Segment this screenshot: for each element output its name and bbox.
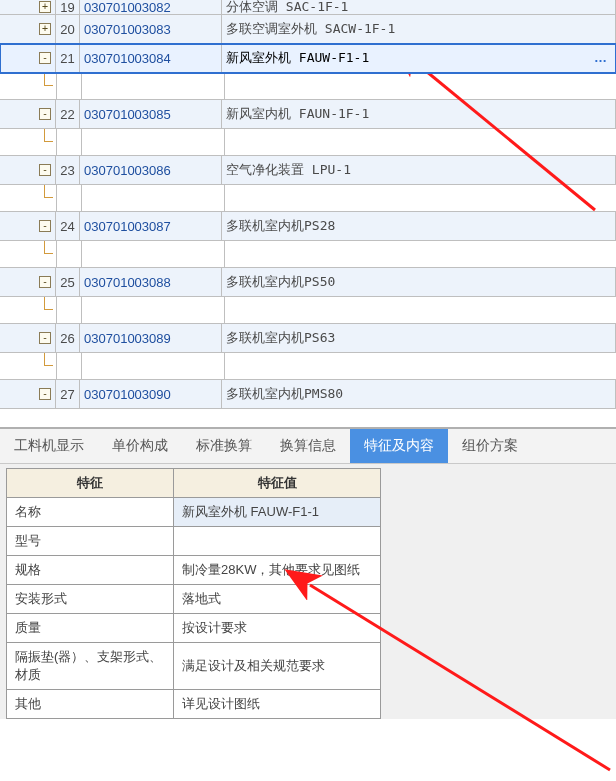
table-header: 特征 特征值 [7, 469, 381, 498]
expand-icon[interactable]: + [39, 1, 51, 13]
row-desc: 多联机室内机PS50 [222, 268, 616, 296]
tab-conv-info[interactable]: 换算信息 [266, 429, 350, 463]
tab-materials[interactable]: 工料机显示 [0, 429, 98, 463]
tree-row[interactable]: - 27 030701003090 多联机室内机PMS80 [0, 380, 616, 409]
row-index: 23 [56, 156, 80, 184]
tree-row[interactable]: - 22 030701003085 新风室内机 FAUN-1F-1 [0, 100, 616, 129]
row-code: 030701003088 [80, 268, 222, 296]
row-index: 20 [56, 15, 80, 43]
collapse-icon[interactable]: - [39, 52, 51, 64]
tab-unit-price[interactable]: 单价构成 [98, 429, 182, 463]
table-row[interactable]: 其他 详见设计图纸 [7, 690, 381, 719]
header-val: 特征值 [174, 469, 381, 498]
prop-val[interactable]: 新风室外机 FAUW-F1-1 [174, 498, 381, 527]
prop-val[interactable]: 详见设计图纸 [174, 690, 381, 719]
expand-cell[interactable]: - [0, 156, 56, 184]
collapse-icon[interactable]: - [39, 332, 51, 344]
row-desc: 多联空调室外机 SACW-1F-1 [222, 15, 616, 43]
prop-key: 质量 [7, 614, 174, 643]
tab-pricing-scheme[interactable]: 组价方案 [448, 429, 532, 463]
collapse-icon[interactable]: - [39, 108, 51, 120]
expand-cell[interactable]: + [0, 0, 56, 14]
tree-child-spacer [0, 129, 616, 156]
expand-cell[interactable]: - [0, 268, 56, 296]
row-code: 030701003084 [80, 44, 222, 72]
prop-key: 隔振垫(器）、支架形式、材质 [7, 643, 174, 690]
tree-row-selected[interactable]: - 21 030701003084 新风室外机 FAUW-F1-1 … [0, 44, 616, 73]
row-index: 24 [56, 212, 80, 240]
tree-row[interactable]: + 20 030701003083 多联空调室外机 SACW-1F-1 [0, 15, 616, 44]
expand-cell[interactable]: - [0, 380, 56, 408]
prop-key: 安装形式 [7, 585, 174, 614]
row-index: 26 [56, 324, 80, 352]
tab-std-conv[interactable]: 标准换算 [182, 429, 266, 463]
prop-val[interactable]: 满足设计及相关规范要求 [174, 643, 381, 690]
collapse-icon[interactable]: - [39, 388, 51, 400]
tree-child-spacer [0, 353, 616, 380]
expand-cell[interactable]: - [0, 212, 56, 240]
table-row[interactable]: 隔振垫(器）、支架形式、材质 满足设计及相关规范要求 [7, 643, 381, 690]
row-code: 030701003086 [80, 156, 222, 184]
row-index: 21 [56, 44, 80, 72]
prop-key: 规格 [7, 556, 174, 585]
row-desc: 多联机室内机PS63 [222, 324, 616, 352]
expand-cell[interactable]: - [0, 100, 56, 128]
tree-child-spacer [0, 185, 616, 212]
collapse-icon[interactable]: - [39, 164, 51, 176]
row-desc: 多联机室内机PS28 [222, 212, 616, 240]
expand-cell[interactable]: + [0, 15, 56, 43]
row-desc: 空气净化装置 LPU-1 [222, 156, 616, 184]
tree-row[interactable]: - 24 030701003087 多联机室内机PS28 [0, 212, 616, 241]
row-desc: 多联机室内机PMS80 [222, 380, 616, 408]
tree-child-spacer [0, 297, 616, 324]
tree-row[interactable]: - 25 030701003088 多联机室内机PS50 [0, 268, 616, 297]
expand-cell[interactable]: - [0, 324, 56, 352]
properties-table: 特征 特征值 名称 新风室外机 FAUW-F1-1 型号 规格 制冷量28KW，… [6, 468, 381, 719]
row-index: 22 [56, 100, 80, 128]
item-tree: + 19 030701003082 分体空调 SAC-1F-1 + 20 030… [0, 0, 616, 409]
collapse-icon[interactable]: - [39, 220, 51, 232]
collapse-icon[interactable]: - [39, 276, 51, 288]
tree-child-spacer [0, 241, 616, 268]
prop-key: 型号 [7, 527, 174, 556]
detail-panel: 工料机显示 单价构成 标准换算 换算信息 特征及内容 组价方案 特征 特征值 名… [0, 427, 616, 719]
table-row[interactable]: 质量 按设计要求 [7, 614, 381, 643]
row-index: 27 [56, 380, 80, 408]
table-row[interactable]: 型号 [7, 527, 381, 556]
row-code: 030701003082 [80, 0, 222, 14]
tree-row[interactable]: - 26 030701003089 多联机室内机PS63 [0, 324, 616, 353]
tree-row[interactable]: + 19 030701003082 分体空调 SAC-1F-1 [0, 0, 616, 15]
prop-key: 名称 [7, 498, 174, 527]
row-desc: 新风室外机 FAUW-F1-1 [222, 44, 616, 72]
table-row[interactable]: 安装形式 落地式 [7, 585, 381, 614]
header-key: 特征 [7, 469, 174, 498]
row-code: 030701003087 [80, 212, 222, 240]
table-row[interactable]: 规格 制冷量28KW，其他要求见图纸 [7, 556, 381, 585]
prop-val[interactable]: 落地式 [174, 585, 381, 614]
row-desc: 分体空调 SAC-1F-1 [222, 0, 616, 14]
row-index: 19 [56, 0, 80, 14]
tab-bar: 工料机显示 单价构成 标准换算 换算信息 特征及内容 组价方案 [0, 429, 616, 464]
prop-key: 其他 [7, 690, 174, 719]
row-index: 25 [56, 268, 80, 296]
prop-val[interactable] [174, 527, 381, 556]
tree-row[interactable]: - 23 030701003086 空气净化装置 LPU-1 [0, 156, 616, 185]
expand-icon[interactable]: + [39, 23, 51, 35]
tree-child-spacer [0, 73, 616, 100]
table-row[interactable]: 名称 新风室外机 FAUW-F1-1 [7, 498, 381, 527]
more-icon[interactable]: … [594, 50, 608, 65]
prop-val[interactable]: 按设计要求 [174, 614, 381, 643]
row-code: 030701003085 [80, 100, 222, 128]
row-desc: 新风室内机 FAUN-1F-1 [222, 100, 616, 128]
row-code: 030701003083 [80, 15, 222, 43]
expand-cell[interactable]: - [0, 44, 56, 72]
row-code: 030701003089 [80, 324, 222, 352]
tab-features[interactable]: 特征及内容 [350, 429, 448, 463]
prop-val[interactable]: 制冷量28KW，其他要求见图纸 [174, 556, 381, 585]
row-code: 030701003090 [80, 380, 222, 408]
